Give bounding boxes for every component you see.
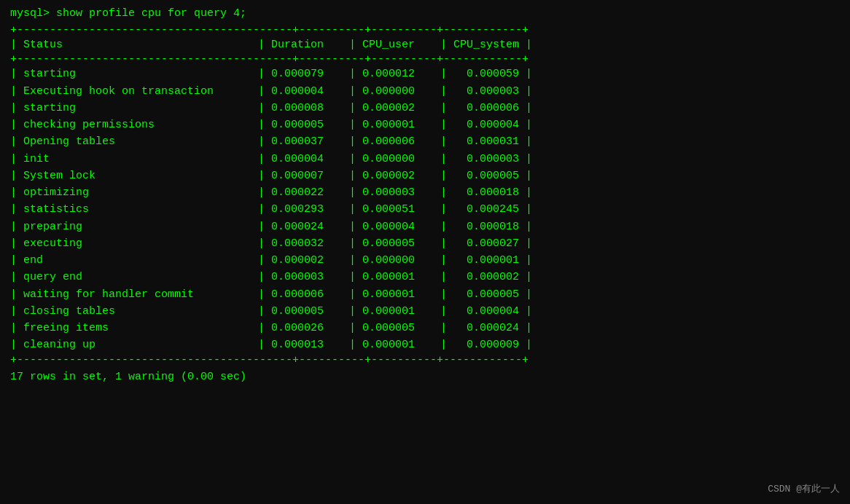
- table-row: | preparing | 0.000024| 0.000004| 0.0000…: [10, 218, 840, 235]
- cell-cpu-system: | 0.000024 |: [440, 320, 542, 336]
- header-cpu-system: | CPU_system |: [440, 36, 542, 53]
- header-duration: | Duration: [258, 36, 349, 53]
- cell-duration: | 0.000005: [258, 303, 349, 320]
- cell-status: | optimizing: [10, 184, 258, 201]
- header-status: | Status: [10, 36, 258, 53]
- cell-cpu-user: | 0.000001: [349, 303, 440, 320]
- terminal: mysql> show profile cpu for query 4; +--…: [10, 7, 840, 497]
- table-row: | cleaning up | 0.000013| 0.000001| 0.00…: [10, 336, 840, 353]
- table-row: | Executing hook on transaction | 0.0000…: [10, 83, 840, 100]
- cell-duration: | 0.000079: [258, 66, 349, 82]
- cell-status: | Executing hook on transaction: [10, 83, 258, 100]
- cell-duration: | 0.000026: [258, 320, 349, 336]
- header-cpu-user: | CPU_user: [349, 36, 440, 53]
- cell-cpu-system: | 0.000003 |: [440, 151, 542, 168]
- command-line: mysql> show profile cpu for query 4;: [10, 7, 840, 20]
- cell-status: | executing: [10, 235, 258, 252]
- table-body: | starting | 0.000079| 0.000012| 0.00005…: [10, 66, 840, 353]
- cell-duration: | 0.000037: [258, 133, 349, 150]
- cell-duration: | 0.000007: [258, 168, 349, 184]
- cell-cpu-user: | 0.000000: [349, 83, 440, 100]
- cell-cpu-user: | 0.000051: [349, 201, 440, 218]
- cell-status: | System lock: [10, 168, 258, 184]
- table-row: | end | 0.000002| 0.000000| 0.000001 |: [10, 252, 840, 269]
- cell-duration: | 0.000024: [258, 218, 349, 235]
- cell-cpu-system: | 0.000009 |: [440, 336, 542, 353]
- cell-cpu-system: | 0.000005 |: [440, 286, 542, 303]
- cell-duration: | 0.000008: [258, 100, 349, 117]
- cell-status: | closing tables: [10, 303, 258, 320]
- cell-cpu-system: | 0.000001 |: [440, 252, 542, 269]
- cell-cpu-system: | 0.000027 |: [440, 235, 542, 252]
- cell-duration: | 0.000002: [258, 252, 349, 269]
- cell-cpu-user: | 0.000001: [349, 336, 440, 353]
- cell-status: | init: [10, 151, 258, 168]
- cell-status: | starting: [10, 100, 258, 117]
- cell-cpu-system: | 0.000018 |: [440, 184, 542, 201]
- cell-cpu-system: | 0.000005 |: [440, 168, 542, 184]
- separator-top: +---------------------------------------…: [10, 24, 840, 36]
- cell-cpu-system: | 0.000003 |: [440, 83, 542, 100]
- cell-cpu-user: | 0.000002: [349, 100, 440, 117]
- table-row: | waiting for handler commit | 0.000006|…: [10, 286, 840, 303]
- cell-cpu-user: | 0.000001: [349, 269, 440, 286]
- table-row: | Opening tables | 0.000037| 0.000006| 0…: [10, 133, 840, 150]
- cell-cpu-user: | 0.000000: [349, 252, 440, 269]
- cell-duration: | 0.000032: [258, 235, 349, 252]
- cell-status: | preparing: [10, 218, 258, 235]
- separator-mid: +---------------------------------------…: [10, 53, 840, 66]
- cell-status: | starting: [10, 66, 258, 82]
- table-row: | closing tables | 0.000005| 0.000001| 0…: [10, 303, 840, 320]
- cell-cpu-system: | 0.000004 |: [440, 117, 542, 133]
- table-row: | statistics | 0.000293| 0.000051| 0.000…: [10, 201, 840, 218]
- table-row: | query end | 0.000003| 0.000001| 0.0000…: [10, 269, 840, 286]
- table-row: | init | 0.000004| 0.000000| 0.000003 |: [10, 151, 840, 168]
- cell-cpu-user: | 0.000003: [349, 184, 440, 201]
- table-header: | Status | Duration | CPU_user | CPU_sys…: [10, 36, 840, 53]
- cell-duration: | 0.000022: [258, 184, 349, 201]
- table-row: | starting | 0.000008| 0.000002| 0.00000…: [10, 100, 840, 117]
- cell-status: | statistics: [10, 201, 258, 218]
- cell-cpu-user: | 0.000000: [349, 151, 440, 168]
- cell-cpu-system: | 0.000031 |: [440, 133, 542, 150]
- cell-duration: | 0.000003: [258, 269, 349, 286]
- cell-status: | Opening tables: [10, 133, 258, 150]
- cell-cpu-system: | 0.000006 |: [440, 100, 542, 117]
- cell-cpu-user: | 0.000004: [349, 218, 440, 235]
- watermark: CSDN @有此一人: [768, 482, 840, 495]
- cell-status: | end: [10, 252, 258, 269]
- cell-cpu-system: | 0.000004 |: [440, 303, 542, 320]
- cell-cpu-user: | 0.000012: [349, 66, 440, 82]
- cell-duration: | 0.000293: [258, 201, 349, 218]
- cell-duration: | 0.000004: [258, 151, 349, 168]
- table-row: | System lock | 0.000007| 0.000002| 0.00…: [10, 168, 840, 184]
- table-row: | optimizing | 0.000022| 0.000003| 0.000…: [10, 184, 840, 201]
- footer-line: 17 rows in set, 1 warning (0.00 sec): [10, 371, 840, 383]
- cell-cpu-user: | 0.000001: [349, 286, 440, 303]
- cell-duration: | 0.000005: [258, 117, 349, 133]
- cell-cpu-user: | 0.000005: [349, 235, 440, 252]
- cell-duration: | 0.000013: [258, 336, 349, 353]
- cell-duration: | 0.000006: [258, 286, 349, 303]
- cell-status: | freeing items: [10, 320, 258, 336]
- table-row: | starting | 0.000079| 0.000012| 0.00005…: [10, 66, 840, 82]
- cell-status: | cleaning up: [10, 336, 258, 353]
- cell-duration: | 0.000004: [258, 83, 349, 100]
- cell-status: | query end: [10, 269, 258, 286]
- cell-cpu-system: | 0.000002 |: [440, 269, 542, 286]
- table-row: | executing | 0.000032| 0.000005| 0.0000…: [10, 235, 840, 252]
- cell-cpu-user: | 0.000005: [349, 320, 440, 336]
- cell-status: | waiting for handler commit: [10, 286, 258, 303]
- table-row: | checking permissions | 0.000005| 0.000…: [10, 117, 840, 133]
- cell-cpu-user: | 0.000002: [349, 168, 440, 184]
- cell-cpu-user: | 0.000001: [349, 117, 440, 133]
- separator-bottom: +---------------------------------------…: [10, 354, 840, 366]
- cell-cpu-user: | 0.000006: [349, 133, 440, 150]
- cell-status: | checking permissions: [10, 117, 258, 133]
- cell-cpu-system: | 0.000059 |: [440, 66, 542, 82]
- cell-cpu-system: | 0.000018 |: [440, 218, 542, 235]
- table-row: | freeing items | 0.000026| 0.000005| 0.…: [10, 320, 840, 336]
- cell-cpu-system: | 0.000245 |: [440, 201, 542, 218]
